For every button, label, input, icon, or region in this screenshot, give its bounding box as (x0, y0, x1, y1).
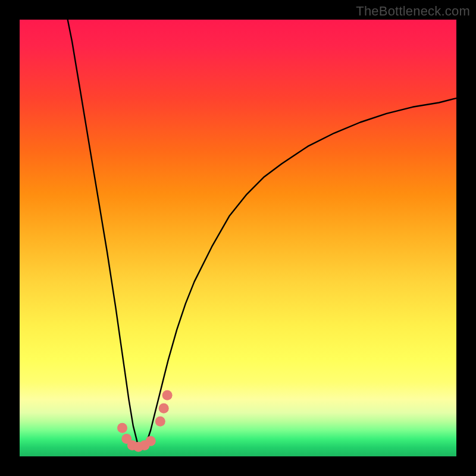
marker-group (117, 390, 173, 452)
curve-marker (117, 423, 127, 433)
bottleneck-curve (68, 20, 456, 447)
curve-marker (146, 436, 156, 446)
chart-svg (20, 20, 456, 456)
curve-marker (162, 390, 173, 400)
chart-frame: TheBottleneck.com (0, 0, 476, 476)
watermark-text: TheBottleneck.com (356, 4, 470, 19)
curve-marker (159, 403, 169, 414)
plot-area (20, 20, 456, 456)
curve-marker (155, 416, 165, 427)
